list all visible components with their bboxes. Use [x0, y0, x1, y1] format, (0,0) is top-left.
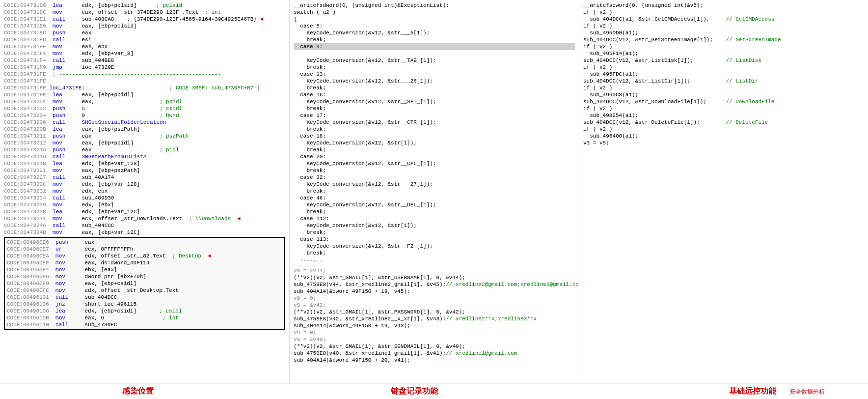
- right-panel: __writefsdword(0, (unsigned int)&v5); if…: [579, 0, 868, 383]
- middle-code-bottom: v8 = &v44; (**v2)(v2, &str_GMAIL[1], &st…: [294, 267, 575, 364]
- left-code-block: CODE:004731D6 lea edx, [ebp+pclsid] ; pc…: [4, 2, 285, 236]
- bottom-labels: 感染位置 键盘记录功能 基础远控功能 安全数据分析: [0, 383, 868, 399]
- left-panel: CODE:004731D6 lea edx, [ebp+pclsid] ; pc…: [0, 0, 290, 383]
- label-infection: 感染位置: [0, 386, 276, 397]
- label-keylog: 键盘记录功能: [276, 386, 553, 397]
- label-remote: 基础远控功能 安全数据分析: [552, 386, 868, 397]
- right-code-block: __writefsdword(0, (unsigned int)&v5); if…: [583, 2, 864, 146]
- highlight-box: CODE:004960E6 push eax CODE:004960E7 or …: [4, 237, 285, 330]
- middle-code-top: __writefsdword(0, (unsigned int)&Excepti…: [294, 2, 575, 263]
- boxed-code: CODE:004960E6 push eax CODE:004960E7 or …: [7, 239, 282, 328]
- middle-panel: __writefsdword(0, (unsigned int)&Excepti…: [290, 0, 579, 383]
